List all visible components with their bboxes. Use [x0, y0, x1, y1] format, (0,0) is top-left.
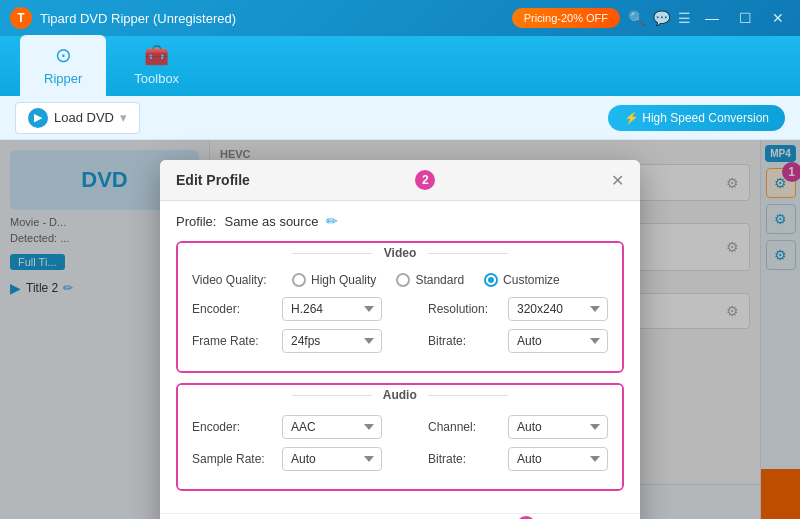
- ripper-icon: ⊙: [55, 43, 72, 67]
- tab-toolbox[interactable]: 🧰 Toolbox: [110, 35, 203, 96]
- sample-rate-select[interactable]: Auto: [282, 447, 382, 471]
- modal-title: Edit Profile: [176, 172, 250, 188]
- bitrate-select-a[interactable]: Auto: [508, 447, 608, 471]
- badge-2-container: 2: [415, 170, 445, 190]
- load-dvd-button[interactable]: ▶ Load DVD ▾: [15, 102, 140, 134]
- radio-high-quality[interactable]: High Quality: [292, 273, 376, 287]
- app-title: Tipard DVD Ripper (Unregistered): [40, 11, 512, 26]
- bitrate-label-a: Bitrate:: [428, 452, 498, 466]
- title-bar: T Tipard DVD Ripper (Unregistered) Prici…: [0, 0, 800, 36]
- radio-customize-circle: [484, 273, 498, 287]
- dropdown-arrow-icon: ▾: [120, 110, 127, 125]
- minimize-button[interactable]: —: [699, 8, 725, 28]
- resolution-label: Resolution:: [428, 302, 498, 316]
- dvd-icon: ▶: [28, 108, 48, 128]
- tab-ripper[interactable]: ⊙ Ripper: [20, 35, 106, 96]
- close-button[interactable]: ✕: [766, 8, 790, 28]
- bitrate-select-v[interactable]: Auto: [508, 329, 608, 353]
- high-speed-button[interactable]: ⚡ High Speed Conversion: [608, 105, 785, 131]
- encoder-label: Encoder:: [192, 302, 272, 316]
- framerate-bitrate-row: Frame Rate: 24fps Bitrate: Auto: [192, 329, 608, 353]
- audio-encoder-channel-row: Encoder: AAC Channel: Auto: [192, 415, 608, 439]
- audio-section: Audio Encoder: AAC Channel: Auto: [176, 383, 624, 491]
- audio-encoder-label: Encoder:: [192, 420, 272, 434]
- toolbox-icon: 🧰: [144, 43, 169, 67]
- encoder-select[interactable]: H.264: [282, 297, 382, 321]
- radio-standard[interactable]: Standard: [396, 273, 464, 287]
- quality-row: Video Quality: High Quality Standard: [192, 273, 608, 287]
- frame-rate-label: Frame Rate:: [192, 334, 272, 348]
- app-logo: T: [10, 7, 32, 29]
- modal-overlay: Edit Profile 2 ✕ Profile: Same as source…: [0, 140, 800, 519]
- video-section: Video Video Quality: High Quality: [176, 241, 624, 373]
- video-section-title: Video: [178, 243, 622, 263]
- modal-close-button[interactable]: ✕: [611, 171, 624, 190]
- window-controls: Pricing-20% OFF 🔍 💬 ☰ — ☐ ✕: [512, 8, 790, 28]
- bitrate-label-v: Bitrate:: [428, 334, 498, 348]
- profile-field-label: Profile:: [176, 214, 216, 229]
- audio-section-title: Audio: [178, 385, 622, 405]
- profile-field-value: Same as source: [224, 214, 318, 229]
- maximize-button[interactable]: ☐: [733, 8, 758, 28]
- channel-select[interactable]: Auto: [508, 415, 608, 439]
- profile-row: Profile: Same as source ✏: [176, 213, 624, 229]
- sample-rate-bitrate-row: Sample Rate: Auto Bitrate: Auto: [192, 447, 608, 471]
- video-section-content: Video Quality: High Quality Standard: [178, 263, 622, 371]
- pricing-button[interactable]: Pricing-20% OFF: [512, 8, 620, 28]
- channel-label: Channel:: [428, 420, 498, 434]
- badge-2: 2: [415, 170, 435, 190]
- nav-tabs: ⊙ Ripper 🧰 Toolbox: [0, 36, 800, 96]
- frame-rate-select[interactable]: 24fps: [282, 329, 382, 353]
- sample-rate-label: Sample Rate:: [192, 452, 272, 466]
- radio-high-quality-circle: [292, 273, 306, 287]
- edit-profile-modal: Edit Profile 2 ✕ Profile: Same as source…: [160, 160, 640, 519]
- toolbar: ▶ Load DVD ▾ ⚡ High Speed Conversion: [0, 96, 800, 140]
- encoder-resolution-row: Encoder: H.264 Resolution: 320x240: [192, 297, 608, 321]
- radio-customize[interactable]: Customize: [484, 273, 560, 287]
- audio-section-content: Encoder: AAC Channel: Auto: [178, 405, 622, 489]
- search-icon[interactable]: 🔍: [628, 10, 645, 26]
- modal-header: Edit Profile 2 ✕: [160, 160, 640, 201]
- resolution-select[interactable]: 320x240: [508, 297, 608, 321]
- main-content: DVD Movie - D... Detected: ... Full Ti..…: [0, 140, 800, 519]
- modal-body: Profile: Same as source ✏ Video Video Qu…: [160, 201, 640, 513]
- menu-icon[interactable]: ☰: [678, 10, 691, 26]
- radio-standard-circle: [396, 273, 410, 287]
- audio-encoder-select[interactable]: AAC: [282, 415, 382, 439]
- video-quality-label: Video Quality:: [192, 273, 272, 287]
- modal-footer: Default Create New 3 Cancel: [160, 513, 640, 519]
- profile-edit-icon[interactable]: ✏: [326, 213, 338, 229]
- message-icon[interactable]: 💬: [653, 10, 670, 26]
